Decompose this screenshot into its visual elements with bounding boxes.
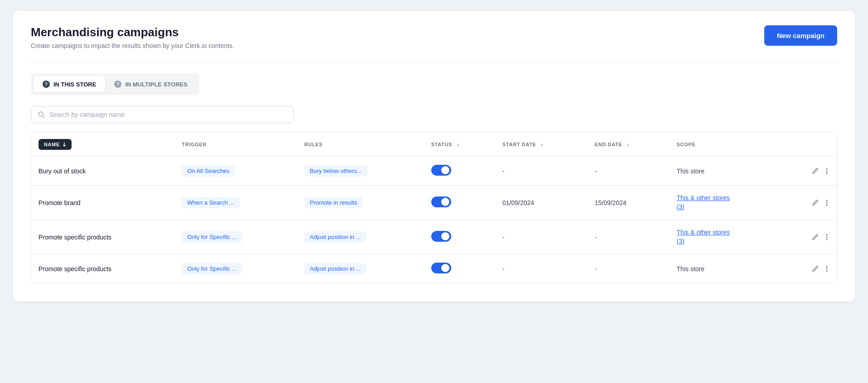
edit-icon	[811, 265, 819, 273]
rules-badge[interactable]: Promote in results	[304, 197, 363, 208]
page-title: Merchandising campaigns	[31, 25, 234, 39]
header-text: Merchandising campaigns Create campaigns…	[31, 25, 234, 49]
edit-button[interactable]	[810, 166, 820, 177]
tab-in-multiple-stores-icon: ?	[114, 81, 121, 88]
campaign-status-cell	[424, 157, 495, 186]
trigger-badge[interactable]: When a Search ...	[182, 197, 240, 208]
col-header-start-date: START DATE	[495, 133, 588, 157]
search-input[interactable]	[49, 111, 287, 118]
edit-button[interactable]	[810, 263, 820, 274]
trigger-badge[interactable]: Only for Specific ...	[182, 263, 242, 274]
tabs-row: ? IN THIS STORE ? IN MULTIPLE STORES	[31, 73, 199, 95]
page-subtitle: Create campaigns to impact the results s…	[31, 42, 234, 49]
new-campaign-button[interactable]: New campaign	[764, 25, 837, 46]
more-options-button[interactable]	[824, 166, 829, 177]
campaign-status-cell	[424, 186, 495, 220]
campaign-status-cell	[424, 254, 495, 283]
svg-line-1	[43, 116, 44, 118]
trigger-badge[interactable]: On All Searches	[182, 165, 235, 177]
edit-button[interactable]	[810, 197, 820, 208]
status-toggle[interactable]	[431, 165, 451, 176]
campaign-trigger-cell: When a Search ...	[174, 186, 297, 220]
campaign-end-date-cell: -	[588, 157, 670, 186]
campaign-status-cell	[424, 220, 495, 254]
svg-point-11	[826, 266, 828, 267]
campaign-start-date-cell: 01/09/2024	[495, 186, 588, 220]
tab-in-this-store-icon: ?	[43, 81, 50, 88]
scope-link[interactable]: This & other stores (3)	[677, 194, 730, 211]
search-icon	[38, 111, 45, 118]
edit-button[interactable]	[810, 232, 820, 243]
campaign-start-date-cell: -	[495, 220, 588, 254]
end-date-sort-icon	[626, 143, 630, 147]
table-row: Promote brandWhen a Search ...Promote in…	[31, 186, 837, 220]
campaigns-table-container: NAME TRIGGER RULES STATUS	[31, 132, 837, 283]
campaign-name-cell: Bury out of stock	[31, 157, 174, 186]
campaign-scope-cell[interactable]: This & other stores (3)	[670, 220, 781, 254]
campaign-end-date-cell: 15/09/2024	[588, 186, 670, 220]
edit-icon	[811, 199, 819, 206]
campaign-start-date-cell: -	[495, 157, 588, 186]
campaign-actions-cell	[780, 157, 837, 186]
tab-in-multiple-stores-label: IN MULTIPLE STORES	[125, 81, 187, 88]
more-options-button[interactable]	[824, 197, 829, 208]
more-options-icon	[826, 199, 828, 206]
sort-icon	[63, 142, 66, 147]
search-bar	[31, 106, 294, 123]
campaign-trigger-cell: Only for Specific ...	[174, 220, 297, 254]
svg-point-4	[826, 172, 828, 174]
svg-point-8	[826, 234, 828, 235]
scope-text: This store	[677, 168, 704, 175]
edit-icon	[811, 234, 819, 241]
rules-badge[interactable]: Bury below others...	[304, 165, 367, 177]
campaign-rules-cell: Bury below others...	[297, 157, 424, 186]
svg-point-5	[826, 200, 828, 201]
status-toggle[interactable]	[431, 263, 451, 273]
status-toggle[interactable]	[431, 231, 451, 242]
campaign-rules-cell: Adjust position in ...	[297, 220, 424, 254]
campaign-actions-cell	[780, 220, 837, 254]
campaign-rules-cell: Adjust position in ...	[297, 254, 424, 283]
more-options-icon	[826, 265, 828, 273]
more-options-icon	[826, 168, 828, 175]
more-options-icon	[826, 234, 828, 241]
svg-point-6	[826, 202, 828, 203]
campaign-end-date-cell: -	[588, 220, 670, 254]
campaign-trigger-cell: Only for Specific ...	[174, 254, 297, 283]
campaign-scope-cell[interactable]: This & other stores (3)	[670, 186, 781, 220]
campaigns-table: NAME TRIGGER RULES STATUS	[31, 133, 837, 283]
campaign-actions-cell	[780, 254, 837, 283]
svg-point-13	[826, 270, 828, 272]
table-row: Promote specific productsOnly for Specif…	[31, 254, 837, 283]
campaign-name-cell: Promote brand	[31, 186, 174, 220]
trigger-badge[interactable]: Only for Specific ...	[182, 231, 242, 243]
col-header-rules: RULES	[297, 133, 424, 157]
more-options-button[interactable]	[824, 232, 829, 243]
col-header-status: STATUS	[424, 133, 495, 157]
tab-in-this-store[interactable]: ? IN THIS STORE	[34, 76, 105, 92]
svg-point-12	[826, 268, 828, 269]
campaign-trigger-cell: On All Searches	[174, 157, 297, 186]
svg-point-3	[826, 170, 828, 172]
campaign-scope-cell: This store	[670, 157, 781, 186]
svg-point-2	[826, 168, 828, 169]
col-header-name: NAME	[31, 133, 174, 157]
scope-link[interactable]: This & other stores (3)	[677, 229, 730, 245]
campaign-scope-cell: This store	[670, 254, 781, 283]
campaign-name-cell: Promote specific products	[31, 254, 174, 283]
page-container: Merchandising campaigns Create campaigns…	[13, 11, 855, 302]
status-toggle[interactable]	[431, 196, 451, 207]
scope-text: This store	[677, 265, 704, 273]
name-sort-button[interactable]: NAME	[39, 139, 72, 150]
more-options-button[interactable]	[824, 263, 829, 274]
start-date-sort-icon	[540, 143, 544, 147]
svg-point-7	[826, 204, 828, 206]
page-header: Merchandising campaigns Create campaigns…	[31, 25, 837, 49]
table-row: Promote specific productsOnly for Specif…	[31, 220, 837, 254]
rules-badge[interactable]: Adjust position in ...	[304, 263, 366, 274]
tab-in-multiple-stores[interactable]: ? IN MULTIPLE STORES	[105, 76, 196, 92]
col-header-actions	[780, 133, 837, 157]
tab-in-this-store-label: IN THIS STORE	[53, 81, 96, 88]
rules-badge[interactable]: Adjust position in ...	[304, 231, 366, 243]
campaign-actions-cell	[780, 186, 837, 220]
